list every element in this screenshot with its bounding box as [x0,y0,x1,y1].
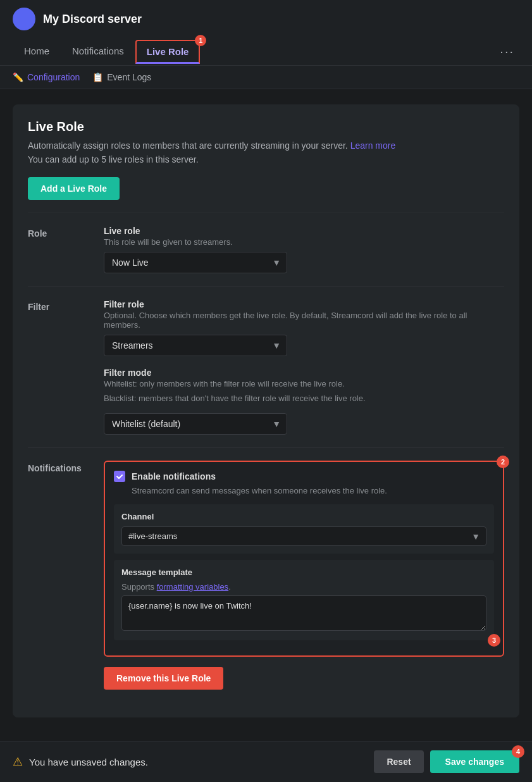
filter-mode-whitelist-desc: Whitelist: only members with the filter … [104,379,504,388]
checkmark-icon [116,473,123,480]
filter-mode-select-wrapper: Whitelist (default) Blacklist ▼ [104,413,287,435]
textarea-badge: 3 [488,634,500,647]
notifications-badge: 2 [497,456,509,468]
notifications-box-wrapper: 2 Enable notifications Streamcord can se… [104,461,504,657]
filter-section-content: Filter role Optional. Choose which membe… [104,299,504,435]
formatting-variables-link[interactable]: formatting variables [157,582,228,592]
filter-role-select-wrapper: Streamers Everyone Moderators ▼ [104,335,287,356]
filter-role-select[interactable]: Streamers Everyone Moderators [104,335,287,356]
card-limit: You can add up to 5 live roles in this s… [28,154,504,164]
filter-section: Filter Filter role Optional. Choose whic… [28,286,504,447]
remove-live-role-button[interactable]: Remove this Live Role [104,667,223,690]
enable-notifications-checkbox[interactable] [114,471,125,482]
sidebar-item-notifications[interactable]: Notifications [61,39,135,65]
role-section: Role Live role This role will be given t… [28,213,504,286]
unsaved-warning-text: You have unsaved changes. [29,757,148,767]
card-description: Automatically assign roles to members th… [28,140,504,151]
role-select[interactable]: Now Live Streamer Live Custom Role [104,252,287,273]
enable-notifications-row: Enable notifications [114,471,494,482]
sidebar-item-live-role[interactable]: Live Role 1 [135,40,201,64]
live-role-nav-badge: 1 [195,35,206,46]
filter-mode-select[interactable]: Whitelist (default) Blacklist [104,413,287,435]
unsaved-warning: ⚠ You have unsaved changes. [13,755,148,769]
bottom-bar-actions: Reset Save changes 4 [374,750,519,773]
sub-nav: ✏️ Configuration 📋 Event Logs [0,66,532,89]
message-template-field-group: Message template Supports formatting var… [114,560,494,640]
filter-section-label: Filter [28,299,104,312]
role-select-wrapper: Now Live Streamer Live Custom Role ▼ [104,252,287,273]
filter-role-label: Filter role [104,299,504,309]
edit-icon: ✏️ [13,72,23,82]
add-live-role-button[interactable]: Add a Live Role [28,177,120,200]
message-template-label: Message template [121,568,486,577]
warning-icon: ⚠ [13,755,23,769]
channel-field-group: Channel #live-streams #general #announce… [114,504,494,554]
role-section-label: Role [28,226,104,239]
main-content: Live Role Automatically assign roles to … [0,89,532,782]
enable-notifications-label: Enable notifications [132,471,216,481]
save-badge: 4 [512,745,524,758]
filter-mode-label: Filter mode [104,368,504,378]
notifications-section-content: 2 Enable notifications Streamcord can se… [104,461,504,690]
nav-row: Home Notifications Live Role 1 ··· [13,38,519,65]
learn-more-link[interactable]: Learn more [350,140,396,151]
nav-more-button[interactable]: ··· [495,38,519,65]
filter-mode-blacklist-desc: Blacklist: members that don't have the f… [104,394,504,403]
channel-select-wrapper: #live-streams #general #announcements ▼ [121,526,486,546]
role-section-content: Live role This role will be given to str… [104,226,504,273]
notifications-section-label: Notifications [28,461,104,473]
notifications-section: Notifications 2 Enable notifications [28,447,504,702]
live-role-field-label: Live role [104,226,504,236]
message-template-desc: Supports formatting variables. [121,582,486,592]
sub-nav-configuration[interactable]: ✏️ Configuration [13,72,80,82]
channel-select[interactable]: #live-streams #general #announcements [121,526,486,546]
server-title-row: My Discord server [13,8,519,30]
channel-field-label: Channel [121,512,486,521]
sub-nav-event-logs[interactable]: 📋 Event Logs [92,72,151,82]
server-name: My Discord server [43,13,142,26]
message-template-textarea[interactable]: {user.name} is now live on Twitch! [121,595,486,631]
enable-notifications-desc: Streamcord can send messages when someon… [132,486,494,495]
live-role-field-desc: This role will be given to streamers. [104,237,504,247]
sidebar-item-home[interactable]: Home [13,39,61,65]
logs-icon: 📋 [92,72,103,82]
card-title: Live Role [28,120,504,134]
bottom-bar: ⚠ You have unsaved changes. Reset Save c… [0,741,532,782]
save-changes-button[interactable]: Save changes 4 [430,750,519,773]
live-role-card: Live Role Automatically assign roles to … [13,104,519,717]
server-avatar [13,8,35,30]
header: My Discord server Home Notifications Liv… [0,0,532,66]
notifications-box: 2 Enable notifications Streamcord can se… [104,461,504,657]
filter-role-desc: Optional. Choose which members get the l… [104,311,504,330]
reset-button[interactable]: Reset [374,750,423,773]
